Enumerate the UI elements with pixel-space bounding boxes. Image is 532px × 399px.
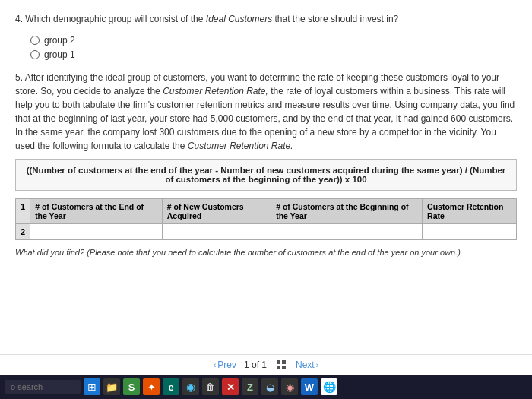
col-a-header: # of Customers at the End of the Year — [30, 199, 163, 224]
col-c-label: # of Customers at the Beginning of the Y… — [276, 202, 408, 220]
data-cell-c2[interactable] — [271, 224, 423, 240]
radio-item-group1[interactable]: group 1 — [30, 49, 517, 60]
taskbar-icon-circle2[interactable]: ◉ — [281, 378, 298, 395]
taskbar-icon-star[interactable]: ✦ — [143, 378, 160, 395]
next-label: Next — [296, 359, 315, 370]
row-num-header: 1 — [16, 199, 30, 224]
radio-label-group2: group 2 — [44, 35, 75, 46]
radio-circle-group2[interactable] — [30, 36, 40, 45]
grid-cell-2 — [282, 360, 286, 364]
next-button[interactable]: Next › — [296, 359, 318, 370]
grid-cell-4 — [282, 366, 286, 369]
col-d-header: Customer Retention Rate — [423, 199, 517, 224]
grid-cell-1 — [277, 360, 280, 364]
question-5: 5. After identifying the ideal group of … — [15, 71, 517, 257]
radio-group-q4: group 2 group 1 — [30, 35, 517, 60]
col-b-label: # of New Customers Acquired — [167, 202, 244, 220]
grid-cell-3 — [277, 366, 280, 369]
row-num-2: 2 — [16, 224, 30, 240]
taskbar-icon-x[interactable]: ✕ — [222, 378, 239, 395]
taskbar-icon-explorer[interactable]: 📁 — [103, 378, 120, 395]
question-4-title: 4. Which demographic group will consist … — [15, 12, 517, 26]
taskbar-icon-half[interactable]: ◒ — [261, 378, 278, 395]
main-content: 4. Which demographic group will consist … — [0, 0, 532, 354]
prev-button[interactable]: ‹ Prev — [214, 359, 236, 370]
taskbar-icon-word[interactable]: W — [301, 378, 318, 395]
prev-label: Prev — [217, 359, 236, 370]
taskbar-search-input[interactable] — [5, 380, 81, 394]
q4-number: 4. — [15, 14, 23, 24]
q5-italic2: Customer Retention Rate. — [188, 141, 293, 151]
taskbar-icon-s[interactable]: S — [123, 378, 140, 395]
data-cell-a2[interactable] — [30, 224, 163, 240]
taskbar-icon-chrome[interactable]: 🌐 — [321, 378, 337, 395]
retention-table: 1 # of Customers at the End of the Year … — [15, 198, 517, 240]
q4-text-after: that the store should invest in? — [272, 14, 398, 24]
question-5-title: 5. After identifying the ideal group of … — [15, 71, 517, 153]
taskbar-icon-windows[interactable]: ⊞ — [84, 378, 100, 395]
what-find-text: What did you find? (Please note that you… — [15, 248, 517, 257]
radio-circle-group1[interactable] — [30, 50, 40, 59]
taskbar-icon-z[interactable]: Z — [242, 378, 258, 395]
radio-label-group1: group 1 — [44, 49, 75, 60]
grid-icon[interactable] — [277, 360, 286, 369]
q5-italic1: Customer Retention Rate, — [163, 86, 268, 97]
data-cell-b2[interactable] — [162, 224, 271, 240]
data-cell-d2[interactable] — [423, 224, 517, 240]
next-chevron-icon: › — [316, 361, 318, 369]
taskbar: ⊞ 📁 S ✦ e ◉ 🗑 ✕ Z ◒ ◉ W 🌐 — [0, 375, 532, 399]
formula-text: ((Number of customers at the end of the … — [27, 166, 506, 184]
taskbar-icon-e[interactable]: e — [163, 378, 179, 395]
col-b-header: # of New Customers Acquired — [162, 199, 271, 224]
taskbar-icon-circle[interactable]: ◉ — [182, 378, 199, 395]
radio-item-group2[interactable]: group 2 — [30, 35, 517, 46]
col-c-header: # of Customers at the Beginning of the Y… — [271, 199, 423, 224]
col-a-label: # of Customers at the End of the Year — [35, 202, 144, 220]
prev-chevron-icon: ‹ — [214, 361, 216, 369]
col-d-label: Customer Retention Rate — [427, 202, 503, 220]
q5-number: 5. — [15, 72, 23, 83]
question-4: 4. Which demographic group will consist … — [15, 12, 517, 60]
page-info: 1 of 1 — [244, 359, 267, 370]
q4-italic: Ideal Customers — [206, 14, 272, 24]
q4-text-before: Which demographic group will consist of … — [25, 14, 205, 24]
formula-box: ((Number of customers at the end of the … — [15, 159, 517, 191]
pagination-bar: ‹ Prev 1 of 1 Next › — [0, 354, 532, 375]
taskbar-icon-trash[interactable]: 🗑 — [202, 378, 219, 395]
